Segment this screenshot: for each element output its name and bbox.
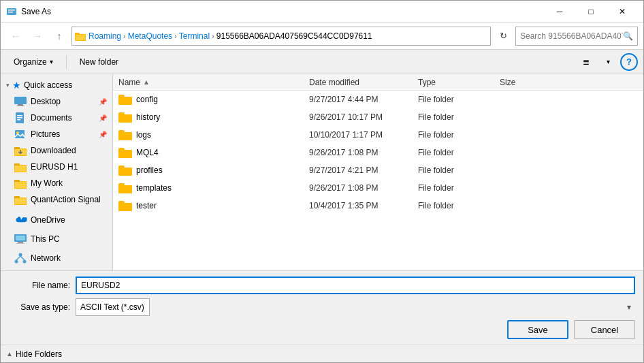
thispc-icon	[14, 234, 28, 244]
organize-button[interactable]: Organize ▾	[6, 53, 61, 71]
sidebar-item-desktop[interactable]: Desktop 📌	[1, 93, 112, 110]
sidebar-thispc-label: This PC	[31, 234, 107, 244]
breadcrumb-roaming[interactable]: Roaming	[88, 31, 121, 41]
file-list-header: Name ▲ Date modified Type Size	[113, 74, 643, 91]
new-folder-label: New folder	[80, 57, 118, 67]
sidebar-onedrive-label: OneDrive	[31, 215, 107, 225]
network-icon	[14, 253, 28, 264]
search-icon: 🔍	[623, 31, 633, 41]
table-row[interactable]: templates 9/26/2017 1:08 PM File folder	[113, 179, 643, 197]
refresh-button[interactable]: ↻	[494, 27, 513, 46]
svg-point-32	[15, 260, 18, 264]
folder-icon	[118, 147, 132, 158]
file-name-text: tester	[136, 201, 157, 210]
table-row[interactable]: tester 10/4/2017 1:35 PM File folder	[113, 197, 643, 215]
sidebar-downloaded-label: Downloaded	[31, 146, 107, 155]
window-icon	[6, 6, 17, 17]
sidebar-item-network[interactable]: Network	[1, 250, 112, 266]
sidebar-item-quantaction[interactable]: QuantAction Signal	[1, 191, 112, 208]
help-button[interactable]: ?	[620, 53, 638, 71]
svg-rect-8	[16, 106, 25, 106]
file-row-name: history	[118, 112, 309, 123]
file-row-name: tester	[118, 200, 309, 211]
file-row-type: File folder	[418, 148, 500, 157]
col-date-header[interactable]: Date modified	[309, 78, 418, 87]
search-input[interactable]	[520, 31, 623, 41]
hide-folders-button[interactable]: ▲ Hide Folders	[6, 349, 62, 359]
eurusd-icon	[14, 161, 28, 172]
sidebar-mywork-label: My Work	[31, 178, 107, 188]
up-button[interactable]: ↑	[50, 27, 69, 46]
sidebar-documents-label: Documents	[31, 113, 97, 123]
file-row-type: File folder	[418, 201, 500, 210]
view-button[interactable]: ≣	[577, 53, 596, 71]
quick-access-label: Quick access	[24, 80, 72, 90]
quantaction-icon	[14, 194, 28, 205]
table-row[interactable]: config 9/27/2017 4:44 PM File folder	[113, 91, 643, 108]
sidebar-eurusd-label: EURUSD H1	[31, 162, 107, 172]
file-name-text: MQL4	[136, 148, 159, 157]
file-row-date: 9/27/2017 4:21 PM	[309, 165, 418, 175]
save-as-window: Save As ─ □ ✕ ← → ↑ Roaming › MetaQuotes…	[0, 0, 644, 363]
pin-icon-pics: 📌	[99, 131, 107, 138]
svg-rect-12	[17, 119, 20, 121]
mywork-icon	[14, 178, 28, 189]
file-row-date: 9/26/2017 1:08 PM	[309, 183, 418, 193]
close-button[interactable]: ✕	[607, 1, 638, 22]
file-name-text: config	[136, 95, 158, 104]
minimize-button[interactable]: ─	[544, 1, 575, 22]
organize-chevron: ▾	[50, 58, 53, 65]
file-row-date: 10/10/2017 1:17 PM	[309, 130, 418, 140]
file-name-text: logs	[136, 130, 151, 140]
toolbar-separator	[66, 55, 67, 69]
savetype-select[interactable]: ASCII Text (*.csv)CSV (*.csv)Excel (*.xl…	[76, 298, 150, 316]
svg-point-33	[23, 260, 27, 264]
file-name-text: profiles	[136, 165, 163, 175]
savetype-row: Save as type: ASCII Text (*.csv)CSV (*.c…	[9, 298, 635, 316]
sidebar-item-downloaded[interactable]: Downloaded	[1, 142, 112, 159]
downloaded-icon	[14, 145, 28, 156]
breadcrumb-folder-icon	[75, 31, 86, 42]
desktop-icon	[14, 96, 28, 107]
breadcrumb-metaquotes[interactable]: MetaQuotes	[128, 31, 172, 41]
sidebar: ▾ ★ Quick access Desktop 📌 Documents 📌	[1, 74, 113, 270]
table-row[interactable]: MQL4 9/26/2017 1:08 PM File folder	[113, 144, 643, 161]
col-name-header[interactable]: Name ▲	[118, 78, 309, 87]
save-button[interactable]: Save	[507, 320, 568, 339]
table-row[interactable]: logs 10/10/2017 1:17 PM File folder	[113, 126, 643, 144]
col-type-header[interactable]: Type	[418, 78, 500, 87]
filename-label: File name:	[9, 281, 70, 290]
svg-rect-11	[17, 117, 22, 119]
file-row-type: File folder	[418, 95, 500, 104]
sidebar-item-pictures[interactable]: Pictures 📌	[1, 126, 112, 142]
quick-access-chevron: ▾	[6, 82, 10, 89]
main-area: ▾ ★ Quick access Desktop 📌 Documents 📌	[1, 74, 643, 270]
cancel-button[interactable]: Cancel	[574, 320, 635, 339]
quick-access-header[interactable]: ▾ ★ Quick access	[1, 77, 112, 93]
new-folder-button[interactable]: New folder	[72, 53, 126, 71]
table-row[interactable]: history 9/26/2017 10:17 PM File folder	[113, 108, 643, 126]
sidebar-item-thispc[interactable]: This PC	[1, 231, 112, 247]
filename-input[interactable]	[76, 277, 635, 294]
svg-line-35	[20, 256, 25, 260]
svg-line-34	[16, 256, 20, 260]
breadcrumb[interactable]: Roaming › MetaQuotes › Terminal › 915566…	[71, 27, 491, 46]
file-row-name: logs	[118, 129, 309, 140]
forward-button[interactable]: →	[28, 27, 47, 46]
breadcrumb-terminal[interactable]: Terminal	[179, 31, 210, 41]
sidebar-item-mywork[interactable]: My Work	[1, 175, 112, 191]
back-button[interactable]: ←	[6, 27, 25, 46]
sidebar-item-documents[interactable]: Documents 📌	[1, 110, 112, 126]
svg-rect-1	[8, 10, 15, 11]
search-box[interactable]: 🔍	[515, 27, 638, 46]
view-dropdown[interactable]: ▾	[598, 53, 617, 71]
col-size-header[interactable]: Size	[500, 78, 554, 87]
sidebar-item-onedrive[interactable]: OneDrive	[1, 212, 112, 228]
svg-rect-30	[16, 243, 25, 244]
pictures-icon	[14, 129, 28, 140]
sidebar-pictures-label: Pictures	[31, 129, 97, 139]
maximize-button[interactable]: □	[575, 1, 607, 22]
sidebar-item-eurusd[interactable]: EURUSD H1	[1, 159, 112, 175]
table-row[interactable]: profiles 9/27/2017 4:21 PM File folder	[113, 161, 643, 179]
documents-icon	[14, 112, 28, 123]
